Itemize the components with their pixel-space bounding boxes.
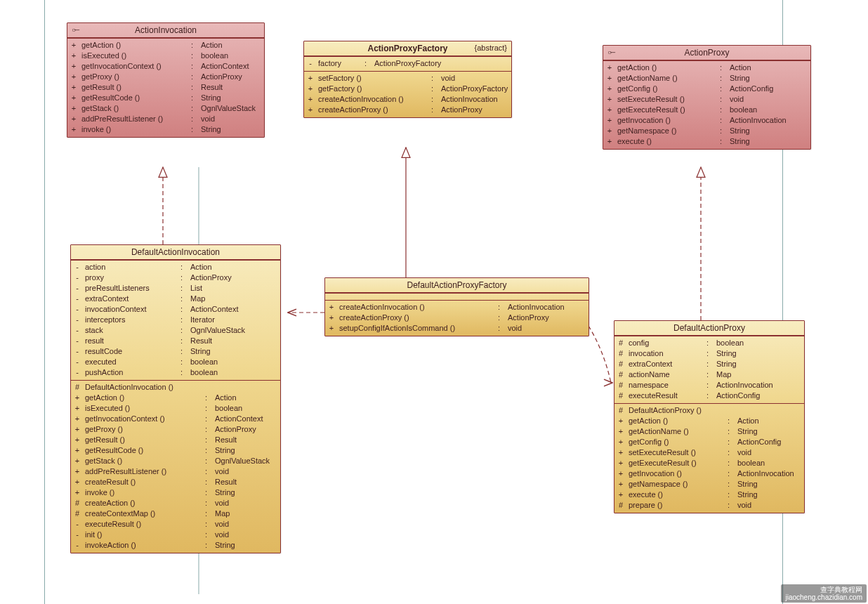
member-name: getInvocation () [617, 115, 716, 126]
member-row: -result:Result [74, 336, 277, 346]
member-type: ActionInvocation [716, 380, 773, 390]
member-type: ActionConfig [730, 84, 773, 94]
member-row: #invocation:String [617, 348, 801, 359]
member-type: boolean [716, 338, 744, 348]
member-row: +getAction ():Action [617, 416, 801, 426]
member-row: +getProxy ():ActionProxy [70, 72, 261, 82]
member-row: +setExecuteResult ():void [606, 94, 808, 105]
member-row: +getExecuteResult ():boolean [617, 458, 801, 468]
member-name: setExecuteResult () [629, 447, 723, 458]
watermark: 查字典教程网 jiaocheng.chazidian.com [781, 584, 867, 603]
visibility: - [74, 325, 81, 336]
member-name: getInvocation () [629, 468, 723, 479]
visibility: - [74, 540, 81, 551]
member-row: +getConfig ():ActionConfig [606, 84, 808, 94]
visibility: + [617, 468, 624, 479]
member-row: +getAction ():Action [606, 63, 808, 73]
class-defaultactionproxyfactory: DefaultActionProxyFactory +createActionI… [324, 277, 589, 336]
member-row: #createAction ():void [74, 498, 277, 508]
member-type: boolean [190, 367, 218, 378]
visibility: - [74, 283, 81, 294]
member-type: Result [190, 336, 212, 346]
member-row: +createActionProxy ():ActionProxy [307, 105, 508, 115]
member-row: +createActionInvocation ():ActionInvocat… [328, 302, 586, 313]
member-name: getAction () [85, 393, 201, 403]
visibility: - [74, 294, 81, 304]
member-name: pushAction [85, 367, 176, 378]
visibility: + [74, 424, 81, 435]
methods-compartment: #DefaultActionProxy ()+getAction ():Acti… [614, 403, 804, 513]
member-row: +addPreResultListener ():void [70, 114, 261, 124]
member-type: boolean [201, 51, 228, 61]
visibility: - [74, 262, 81, 273]
visibility: - [74, 315, 81, 325]
member-type: ActionInvocation [508, 302, 565, 313]
member-type: String [716, 348, 737, 359]
member-row: +execute ():String [606, 136, 808, 147]
member-type: ActionConfig [716, 390, 760, 401]
member-row: +execute ():String [617, 490, 801, 500]
member-type: ActionProxy [441, 105, 482, 115]
visibility: + [328, 302, 335, 313]
class-defaultactionproxy: DefaultActionProxy #config:boolean#invoc… [614, 320, 805, 513]
visibility: # [617, 390, 624, 401]
class-defaultactioninvocation: DefaultActionInvocation -action:Action-p… [70, 244, 281, 553]
member-name: getResultCode () [81, 93, 187, 103]
methods-compartment: #DefaultActionInvocation ()+getAction ()… [71, 380, 280, 553]
guide-line-left [44, 0, 45, 604]
member-type: String [737, 479, 758, 490]
member-name: getExecuteResult () [629, 458, 723, 468]
member-name: setExecuteResult () [617, 94, 716, 105]
visibility: + [617, 437, 624, 447]
member-row: -action:Action [74, 262, 277, 273]
visibility: + [617, 426, 624, 437]
member-row: +getNamespace ():String [606, 126, 808, 136]
member-name: getResultCode () [85, 445, 201, 456]
member-row: -factory:ActionProxyFactory [307, 58, 508, 69]
visibility: + [74, 445, 81, 456]
member-row: +getAction ():Action [70, 40, 261, 51]
member-row: -preResultListeners:List [74, 283, 277, 294]
class-title: ActionInvocation [135, 25, 197, 35]
member-type: Map [716, 369, 731, 380]
member-name: setupConfigIfActionIsCommand () [339, 323, 494, 334]
member-name: getResult () [85, 435, 201, 445]
visibility: # [74, 382, 81, 393]
class-actioninvocation: ○─ ActionInvocation +getAction ():Action… [67, 22, 265, 138]
visibility: + [307, 94, 314, 105]
member-row: -invokeAction ():String [74, 540, 277, 551]
interface-icon: ○─ [607, 48, 614, 56]
member-name: init () [85, 530, 201, 540]
member-type: boolean [730, 105, 757, 115]
visibility: + [70, 93, 77, 103]
member-row: +setFactory ():void [307, 73, 508, 84]
member-type: void [215, 530, 229, 540]
visibility: + [606, 73, 613, 84]
visibility: + [606, 84, 613, 94]
member-type: ActionConfig [737, 437, 781, 447]
member-name: getConfig () [629, 437, 723, 447]
member-row: +getStack ():OgnlValueStack [74, 456, 277, 466]
member-row: +addPreResultListener ():void [74, 466, 277, 477]
member-name: action [85, 262, 176, 273]
visibility: + [74, 414, 81, 424]
member-type: Map [190, 294, 205, 304]
member-type: ActionInvocation [441, 94, 498, 105]
member-row: +getFactory ():ActionProxyFactory [307, 84, 508, 94]
member-type: Result [215, 477, 237, 487]
visibility: # [617, 380, 624, 390]
member-name: getInvocationContext () [81, 61, 187, 72]
member-row: +createActionInvocation ():ActionInvocat… [307, 94, 508, 105]
member-name: extraContext [85, 294, 176, 304]
visibility: + [74, 477, 81, 487]
member-type: String [730, 126, 750, 136]
class-stereotype: {abstract} [475, 44, 507, 52]
member-row: -stack:OgnlValueStack [74, 325, 277, 336]
class-actionproxy: ○─ ActionProxy +getAction ():Action+getA… [603, 45, 811, 150]
member-row: #namespace:ActionInvocation [617, 380, 801, 390]
visibility: + [606, 126, 613, 136]
member-type: String [737, 490, 758, 500]
member-name: invocationContext [85, 304, 176, 315]
member-name: config [629, 338, 702, 348]
member-row: +setupConfigIfActionIsCommand ():void [328, 323, 586, 334]
